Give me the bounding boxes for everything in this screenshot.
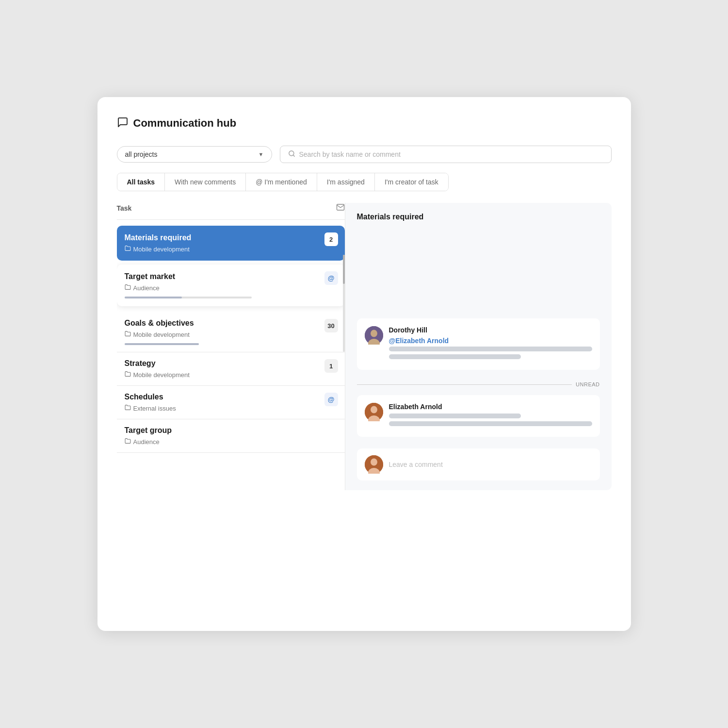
task-item-schedules[interactable]: Schedules External issues @: [117, 386, 345, 419]
filter-tabs: All tasks With new comments @ I'm mentio…: [117, 173, 449, 191]
task-project: Audience: [125, 438, 337, 446]
task-item-target-market[interactable]: Target market Audience @: [117, 265, 345, 306]
unread-line: [357, 384, 572, 385]
task-item-goals[interactable]: Goals & objectives Mobile development 30: [117, 312, 345, 352]
avatar-current-user: [365, 455, 383, 474]
task-project: External issues: [125, 404, 337, 412]
leave-comment-placeholder: Leave a comment: [389, 461, 443, 468]
tab-creator[interactable]: I'm creator of task: [375, 173, 448, 191]
task-name: Strategy: [125, 359, 337, 368]
task-progress-bar: [125, 343, 199, 345]
task-project-name: Audience: [133, 284, 160, 292]
chat-icon: [117, 116, 129, 130]
task-project-name: Mobile development: [133, 371, 190, 379]
scrollbar-track[interactable]: [343, 255, 345, 352]
toolbar: all projects ▼ Search by task name or co…: [117, 146, 612, 163]
task-badge: @: [324, 393, 338, 406]
comment-text-line: [389, 347, 592, 351]
task-project-name: Mobile development: [133, 246, 190, 253]
folder-icon: [125, 371, 131, 379]
tab-mentioned[interactable]: @ I'm mentioned: [246, 173, 317, 191]
tab-new-comments[interactable]: With new comments: [165, 173, 246, 191]
avatar-dorothy: [365, 326, 383, 345]
task-name: Target group: [125, 426, 337, 435]
comment-item-dorothy: Dorothy Hill @Elizabeth Arnold: [357, 318, 600, 370]
page-title: Communication hub: [133, 117, 237, 130]
task-project-name: Mobile development: [133, 331, 190, 338]
task-item-target-group[interactable]: Target group Audience: [117, 419, 345, 453]
comment-text-line: [389, 414, 521, 418]
comment-author: Elizabeth Arnold: [389, 403, 592, 411]
svg-point-3: [371, 330, 377, 337]
task-name: Goals & objectives: [125, 319, 337, 328]
comment-body-elizabeth: Elizabeth Arnold: [389, 403, 592, 429]
main-content: Task Materials required: [117, 203, 612, 490]
detail-panel: Materials required Dorothy Hill @Elizabe…: [345, 203, 612, 490]
task-column-label: Task: [117, 204, 132, 212]
comment-item-elizabeth: Elizabeth Arnold: [357, 395, 600, 437]
tab-all-tasks[interactable]: All tasks: [117, 173, 165, 191]
svg-point-6: [371, 406, 377, 414]
svg-line-1: [293, 155, 294, 156]
task-progress-fill: [125, 297, 182, 298]
task-badge: 1: [324, 359, 338, 373]
header: Communication hub: [117, 116, 612, 130]
unread-label: UNREAD: [576, 381, 599, 387]
task-progress-fill: [125, 343, 199, 345]
task-project: Mobile development: [125, 331, 337, 338]
folder-icon: [125, 438, 131, 446]
task-name: Schedules: [125, 393, 337, 401]
chevron-down-icon: ▼: [259, 151, 264, 157]
task-project-name: External issues: [133, 405, 176, 412]
task-project: Mobile development: [125, 371, 337, 379]
task-badge: @: [324, 271, 338, 285]
folder-icon: [125, 245, 131, 253]
task-item-materials-required[interactable]: Materials required Mobile development 2: [117, 226, 345, 261]
avatar-elizabeth: [365, 403, 383, 421]
task-badge: 30: [324, 319, 338, 332]
task-panel: Task Materials required: [117, 203, 345, 490]
project-select[interactable]: all projects ▼: [117, 146, 272, 163]
task-list: Materials required Mobile development 2 …: [117, 226, 345, 453]
folder-icon: [125, 404, 131, 412]
comment-mention: @Elizabeth Arnold: [389, 337, 592, 345]
task-name: Target market: [125, 272, 337, 281]
task-project: Mobile development: [125, 245, 337, 253]
app-window: Communication hub all projects ▼ Search …: [97, 97, 631, 631]
task-project: Audience: [125, 284, 337, 292]
task-name: Materials required: [125, 233, 337, 242]
comment-body-dorothy: Dorothy Hill @Elizabeth Arnold: [389, 326, 592, 362]
folder-icon: [125, 284, 131, 292]
task-panel-header: Task: [117, 203, 345, 220]
comment-author: Dorothy Hill: [389, 326, 592, 334]
scrollbar-thumb[interactable]: [343, 255, 345, 284]
search-icon: [288, 150, 295, 159]
svg-point-9: [371, 459, 377, 466]
task-project-name: Audience: [133, 438, 160, 446]
email-icon: [336, 203, 345, 214]
detail-title: Materials required: [357, 213, 600, 221]
task-badge: 2: [324, 232, 338, 246]
comment-text-line: [389, 354, 521, 359]
task-progress-bar: [125, 297, 252, 298]
tab-assigned[interactable]: I'm assigned: [317, 173, 375, 191]
leave-comment[interactable]: Leave a comment: [357, 448, 600, 480]
folder-icon: [125, 331, 131, 338]
task-item-strategy[interactable]: Strategy Mobile development 1: [117, 352, 345, 386]
project-select-value: all projects: [125, 150, 158, 158]
search-box[interactable]: Search by task name or comment: [280, 146, 612, 163]
unread-divider: UNREAD: [357, 381, 600, 387]
search-placeholder: Search by task name or comment: [299, 150, 401, 158]
comment-text-line: [389, 421, 592, 426]
